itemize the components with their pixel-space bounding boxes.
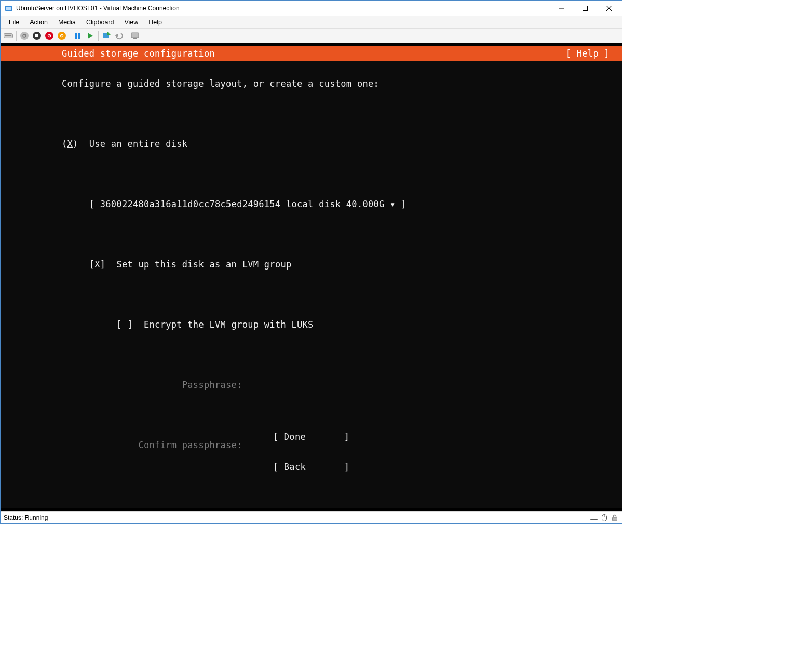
start-icon[interactable] [19,30,30,42]
ubuntu-installer-screen: Guided storage configuration [ Help ] Co… [1,46,622,508]
svg-rect-23 [133,38,137,39]
app-window: UbuntuServer on HVHOST01 - Virtual Machi… [0,0,622,524]
enhanced-session-icon[interactable] [129,30,141,42]
mouse-icon [600,514,608,522]
lock-icon [611,514,619,522]
toolbar [1,29,622,43]
svg-rect-1 [6,7,11,10]
app-icon [5,4,13,12]
revert-icon[interactable] [113,30,125,42]
window-title: UbuntuServer on HVHOST01 - Virtual Machi… [16,5,549,12]
maximize-button[interactable] [573,1,597,16]
passphrase-label: Passphrase: [62,378,622,393]
toolbar-separator [16,31,17,41]
svg-rect-9 [9,35,11,36]
status-icons [590,514,619,522]
option-luks[interactable]: [ ] Encrypt the LVM group with LUKS [62,317,622,332]
keyboard-icon [590,514,598,522]
window-controls [549,1,621,16]
disk-selector[interactable]: [ 360022480a316a11d0cc78c5ed2496154 loca… [62,197,622,212]
pause-icon[interactable] [72,30,84,42]
svg-rect-8 [7,35,9,36]
titlebar: UbuntuServer on HVHOST01 - Virtual Machi… [1,1,622,16]
toolbar-separator [98,31,99,41]
menu-media[interactable]: Media [53,18,81,27]
svg-marker-18 [88,33,93,39]
back-button[interactable]: [ Back ] [1,460,622,475]
installer-footer: [ Done ] [ Back ] [1,414,622,505]
svg-rect-24 [590,515,598,519]
menu-action[interactable]: Action [24,18,53,27]
status-text: Status: Running [4,514,48,521]
menubar: File Action Media Clipboard View Help [1,16,622,29]
ctrl-alt-del-icon[interactable] [3,30,14,42]
close-button[interactable] [597,1,621,16]
installer-title: Guided storage configuration [62,46,566,61]
menu-view[interactable]: View [119,18,143,27]
statusbar: Status: Running [1,511,622,523]
checkpoint-icon[interactable] [101,30,112,42]
installer-header: Guided storage configuration [ Help ] [1,46,622,61]
reset-icon[interactable] [85,30,96,42]
svg-rect-3 [583,6,588,10]
prompt-text: Configure a guided storage layout, or cr… [62,76,622,91]
menu-help[interactable]: Help [143,18,167,27]
help-button[interactable]: [ Help ] [566,46,610,61]
done-button[interactable]: [ Done ] [1,429,622,445]
svg-rect-17 [78,33,80,39]
vm-display[interactable]: Guided storage configuration [ Help ] Co… [1,43,622,511]
save-icon[interactable] [56,30,67,42]
shutdown-icon[interactable] [44,30,55,42]
svg-marker-20 [107,32,111,35]
minimize-button[interactable] [549,1,573,16]
svg-rect-16 [75,33,77,39]
toolbar-separator [127,31,127,41]
svg-rect-28 [613,517,617,521]
option-lvm[interactable]: [X] Set up this disk as an LVM group [62,257,622,272]
statusbar-separator [51,513,51,523]
turnoff-icon[interactable] [31,30,43,42]
menu-file[interactable]: File [4,18,24,27]
svg-rect-22 [131,33,139,38]
menu-clipboard[interactable]: Clipboard [81,18,119,27]
option-entire-disk[interactable]: (X) Use an entire disk [62,137,622,152]
toolbar-separator [70,31,70,41]
svg-rect-7 [5,35,7,36]
